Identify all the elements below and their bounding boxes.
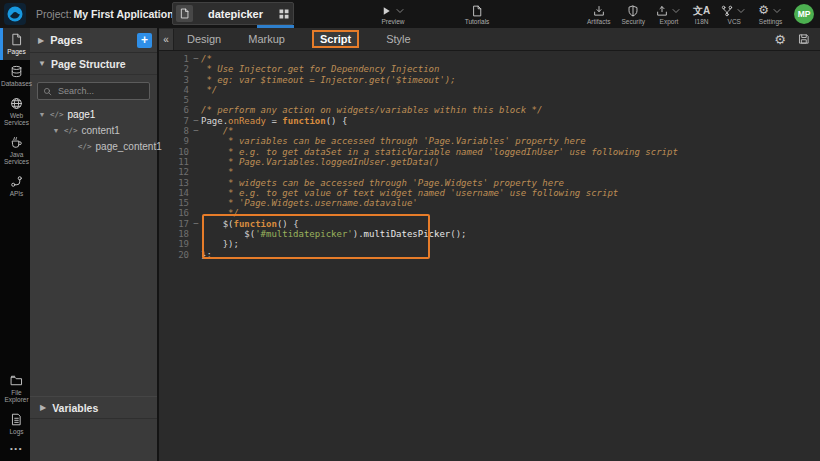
expand-arrow-icon: ▼	[38, 111, 46, 118]
line-number: 6	[159, 105, 191, 115]
page-tab-label: datepicker	[193, 8, 278, 20]
fold-gutter	[191, 167, 201, 177]
widget-icon: </>	[50, 110, 64, 119]
sidebar-item-more[interactable]: •••	[0, 440, 30, 458]
line-number: 4	[159, 85, 191, 95]
code-line[interactable]: 15 * 'Page.Widgets.username.datavalue'	[159, 198, 820, 208]
code-text: * variables can be accessed through 'Pag…	[201, 136, 586, 146]
editor-area: « DesignMarkupScriptStyle ⚙ 1–/*2 * Use …	[157, 28, 820, 461]
sidebar-item-pages[interactable]: Pages	[0, 28, 30, 60]
code-text: * 'Page.Widgets.username.datavalue'	[201, 198, 418, 208]
tab-style[interactable]: Style	[386, 33, 410, 45]
code-line[interactable]: 7–Page.onReady = function() {	[159, 116, 820, 126]
editor-tabs: DesignMarkupScriptStyle	[174, 30, 411, 48]
wavemaker-logo[interactable]	[4, 3, 26, 25]
widget-icon: </>	[78, 142, 92, 151]
line-number: 8	[159, 126, 191, 136]
play-icon	[380, 5, 392, 17]
pages-panel-header[interactable]: ▶ Pages +	[30, 28, 157, 53]
breadcrumb-chevron-icon: ›	[157, 0, 161, 28]
sidebar-item-label: Databases	[1, 80, 32, 87]
code-line[interactable]: 12 *	[159, 167, 820, 177]
line-number: 2	[159, 64, 191, 74]
fold-gutter	[191, 147, 201, 157]
artifacts-button[interactable]: Artifacts	[587, 4, 610, 25]
page-structure-header[interactable]: ▼ Page Structure	[30, 53, 157, 75]
sidebar-item-label: APIs	[10, 190, 24, 197]
script-code-editor[interactable]: 1–/*2 * Use Injector.get for Dependency …	[159, 51, 820, 461]
sidebar-item-databases[interactable]: Databases	[0, 60, 30, 92]
code-line[interactable]: 14 * e.g. to get value of text widget na…	[159, 188, 820, 198]
code-line[interactable]: 13 * widgets can be accessed through 'Pa…	[159, 178, 820, 188]
page-tab-datepicker[interactable]: datepicker	[172, 2, 294, 25]
code-line[interactable]: 1–/*	[159, 54, 820, 64]
variables-header[interactable]: ▶ Variables	[30, 396, 157, 419]
fold-marker-icon[interactable]: –	[191, 54, 201, 64]
code-line[interactable]: 5	[159, 95, 820, 105]
code-line[interactable]: 11 * Page.Variables.loggedInUser.getData…	[159, 157, 820, 167]
code-text: /*	[201, 54, 212, 64]
code-line[interactable]: 3 * eg: var $timeout = Injector.get('$ti…	[159, 75, 820, 85]
vcs-button[interactable]: VCS	[721, 4, 747, 25]
avatar[interactable]: MP	[794, 4, 814, 24]
file-explorer-icon	[10, 374, 23, 387]
settings-label: Settings	[759, 18, 783, 25]
fold-gutter	[191, 136, 201, 146]
sidebar-item-label: File Explorer	[3, 389, 30, 403]
tab-script[interactable]: Script	[312, 30, 359, 48]
settings-button[interactable]: ⚙Settings	[758, 4, 783, 25]
tree-item-label: content1	[82, 125, 120, 136]
tab-design[interactable]: Design	[187, 33, 221, 45]
code-text: Page.onReady = function() {	[201, 116, 347, 126]
chevron-down-icon	[394, 5, 406, 17]
tree-item-content1[interactable]: ▼</>content1	[30, 122, 157, 138]
sidebar-item-file-explorer[interactable]: File Explorer	[0, 369, 30, 408]
i18n-label: I18N	[695, 18, 709, 25]
tutorials-button[interactable]: Tutorials	[452, 0, 502, 28]
databases-icon	[10, 65, 23, 78]
security-button[interactable]: Security	[622, 4, 645, 25]
fold-marker-icon[interactable]: –	[191, 116, 201, 126]
more-icon: •••	[10, 445, 23, 453]
sidebar-item-label: Java Services	[3, 151, 30, 165]
code-line[interactable]: 9 * variables can be accessed through 'P…	[159, 136, 820, 146]
gear-icon[interactable]: ⚙	[774, 33, 786, 46]
artifacts-icon	[593, 5, 605, 17]
code-text: */	[201, 85, 217, 95]
add-page-button[interactable]: +	[137, 33, 152, 48]
sidebar-item-java-services[interactable]: Java Services	[0, 131, 30, 170]
editor-actions: ⚙	[774, 33, 820, 46]
code-line[interactable]: 8– /*	[159, 126, 820, 136]
search-input[interactable]	[56, 85, 144, 97]
tab-markup[interactable]: Markup	[248, 33, 285, 45]
page-structure-tree: ▼</>page1▼</>content1</>page_content1	[30, 106, 157, 154]
widget-icon: </>	[64, 126, 78, 135]
i18n-button[interactable]: 文AI18N	[693, 4, 710, 25]
preview-button[interactable]: Preview	[368, 0, 418, 28]
tree-item-page_content1[interactable]: </>page_content1	[30, 138, 157, 154]
grid-icon[interactable]	[278, 8, 290, 20]
export-button[interactable]: Export	[656, 4, 682, 25]
line-number: 5	[159, 95, 191, 105]
collapse-panel-button[interactable]: «	[159, 29, 174, 50]
top-bar: Project: My First Application › datepick…	[0, 0, 820, 28]
code-line[interactable]: 2 * Use Injector.get for Dependency Inje…	[159, 64, 820, 74]
sidebar-item-apis[interactable]: APIs	[0, 170, 30, 202]
fold-gutter	[191, 75, 201, 85]
sidebar-item-web-services[interactable]: Web Services	[0, 92, 30, 131]
tree-item-label: page1	[68, 109, 96, 120]
sidebar-item-logs[interactable]: Logs	[0, 408, 30, 440]
variables-title: Variables	[52, 402, 98, 414]
fold-marker-icon[interactable]: –	[191, 219, 201, 229]
code-line[interactable]: 6/* perform any action on widgets/variab…	[159, 105, 820, 115]
fold-marker-icon[interactable]: –	[191, 126, 201, 136]
code-text: * e.g. to get value of text widget named…	[201, 188, 618, 198]
fold-gutter	[191, 105, 201, 115]
collapse-arrow-icon: ▶	[38, 36, 44, 45]
line-number: 7	[159, 116, 191, 126]
code-line[interactable]: 10 * e.g. to get dataSet in a staticVari…	[159, 147, 820, 157]
code-line[interactable]: 4 */	[159, 85, 820, 95]
tree-item-page1[interactable]: ▼</>page1	[30, 106, 157, 122]
chevron-down-icon	[771, 5, 783, 17]
save-icon[interactable]	[798, 33, 810, 45]
